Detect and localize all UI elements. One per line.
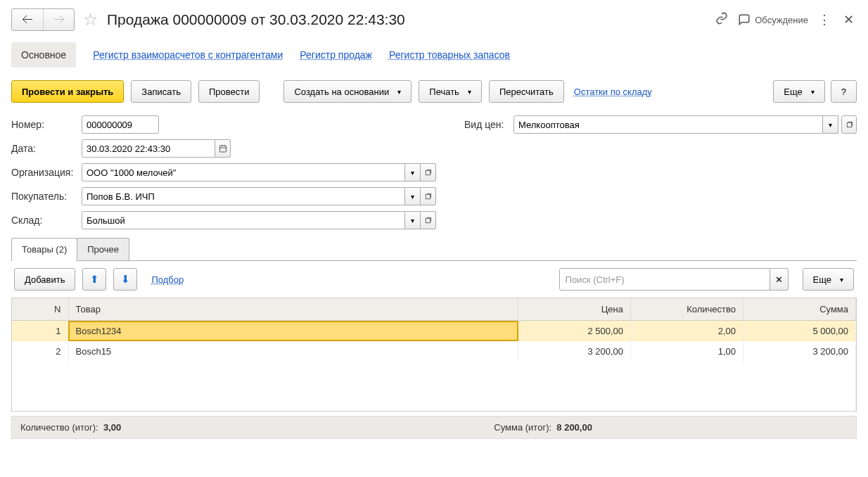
forward-button[interactable]: 🡢 (43, 9, 74, 30)
price-type-label: Вид цен: (464, 119, 513, 130)
cell-sum[interactable]: 3 200,00 (743, 341, 856, 362)
svg-rect-7 (847, 122, 851, 127)
cell-price[interactable]: 3 200,00 (518, 341, 631, 362)
total-qty-label: Количество (итог): (20, 422, 98, 433)
kebab-menu-icon[interactable]: ⋮ (818, 12, 831, 27)
total-sum-value: 8 200,00 (556, 422, 592, 433)
tab-main[interactable]: Основное (11, 42, 76, 68)
nav-link-register-stock[interactable]: Регистр товарных запасов (389, 49, 510, 61)
buyer-field[interactable] (82, 187, 405, 205)
discuss-label: Обсуждение (755, 15, 808, 25)
favorite-icon[interactable]: ☆ (83, 10, 98, 30)
number-field[interactable] (82, 115, 159, 134)
clear-search-icon[interactable]: ✕ (770, 268, 789, 291)
stock-balance-link[interactable]: Остатки по складу (574, 87, 652, 97)
open-icon[interactable] (421, 187, 436, 205)
dropdown-icon[interactable]: ▾ (405, 187, 421, 205)
total-qty-value: 3,00 (103, 422, 121, 433)
open-icon[interactable] (421, 211, 436, 229)
open-icon[interactable] (421, 163, 436, 182)
cell-n[interactable]: 2 (12, 341, 68, 362)
col-header-qty[interactable]: Количество (631, 298, 743, 321)
tab-goods[interactable]: Товары (2) (11, 238, 77, 260)
cell-price[interactable]: 2 500,00 (518, 321, 631, 342)
svg-rect-0 (219, 146, 226, 152)
more-button[interactable]: Еще (773, 80, 824, 103)
cell-qty[interactable]: 2,00 (631, 321, 743, 342)
warehouse-label: Склад: (11, 215, 82, 226)
number-label: Номер: (11, 119, 82, 130)
date-field[interactable] (82, 139, 215, 158)
dropdown-icon[interactable]: ▾ (823, 115, 838, 134)
cell-qty[interactable]: 1,00 (631, 341, 743, 362)
organization-label: Организация: (11, 167, 82, 178)
total-sum-label: Сумма (итог): (494, 422, 551, 433)
col-header-price[interactable]: Цена (518, 298, 631, 321)
pick-link[interactable]: Подбор (151, 274, 184, 285)
search-input[interactable] (559, 268, 770, 291)
date-label: Дата: (11, 143, 82, 154)
price-type-field[interactable] (513, 115, 823, 134)
open-icon[interactable] (841, 115, 857, 134)
dropdown-icon[interactable]: ▾ (405, 211, 421, 229)
back-button[interactable]: 🡠 (12, 9, 43, 30)
warehouse-field[interactable] (82, 211, 405, 229)
svg-rect-6 (426, 218, 430, 222)
close-icon[interactable]: ✕ (841, 12, 857, 27)
move-up-button[interactable]: ⬆ (82, 268, 106, 291)
dropdown-icon[interactable]: ▾ (405, 163, 421, 182)
buyer-label: Покупатель: (11, 191, 82, 202)
svg-rect-5 (426, 194, 430, 198)
organization-field[interactable] (82, 163, 405, 182)
post-button[interactable]: Провести (198, 80, 260, 103)
add-row-button[interactable]: Добавить (14, 268, 75, 291)
svg-rect-4 (426, 170, 430, 174)
move-down-button[interactable]: ⬇ (113, 268, 137, 291)
recalculate-button[interactable]: Пересчитать (489, 80, 564, 103)
col-header-n[interactable]: N (12, 298, 68, 321)
create-based-on-button[interactable]: Создать на основании (283, 80, 411, 103)
cell-sum[interactable]: 5 000,00 (743, 321, 856, 342)
col-header-sum[interactable]: Сумма (743, 298, 856, 321)
print-button[interactable]: Печать (419, 80, 482, 103)
nav-link-register-settlements[interactable]: Регистр взаиморасчетов с контрагентами (93, 49, 283, 61)
tab-other[interactable]: Прочее (77, 238, 129, 260)
discuss-button[interactable]: Обсуждение (738, 13, 808, 26)
nav-link-register-sales[interactable]: Регистр продаж (300, 49, 372, 61)
link-icon[interactable] (715, 12, 728, 28)
calendar-icon[interactable] (215, 139, 231, 158)
post-and-close-button[interactable]: Провести и закрыть (11, 80, 124, 103)
table-row[interactable]: 1 Bosch1234 2 500,00 2,00 5 000,00 (12, 321, 856, 342)
goods-table: N Товар Цена Количество Сумма 1 Bosch123… (12, 298, 856, 411)
cell-product[interactable]: Bosch15 (68, 341, 518, 362)
cell-n[interactable]: 1 (12, 321, 68, 342)
col-header-product[interactable]: Товар (68, 298, 518, 321)
cell-product[interactable]: Bosch1234 (68, 321, 518, 342)
table-row[interactable]: 2 Bosch15 3 200,00 1,00 3 200,00 (12, 341, 856, 362)
table-more-button[interactable]: Еще (803, 268, 854, 291)
save-button[interactable]: Записать (131, 80, 191, 103)
help-button[interactable]: ? (831, 80, 857, 103)
page-title: Продажа 000000009 от 30.03.2020 22:43:30 (107, 11, 405, 28)
